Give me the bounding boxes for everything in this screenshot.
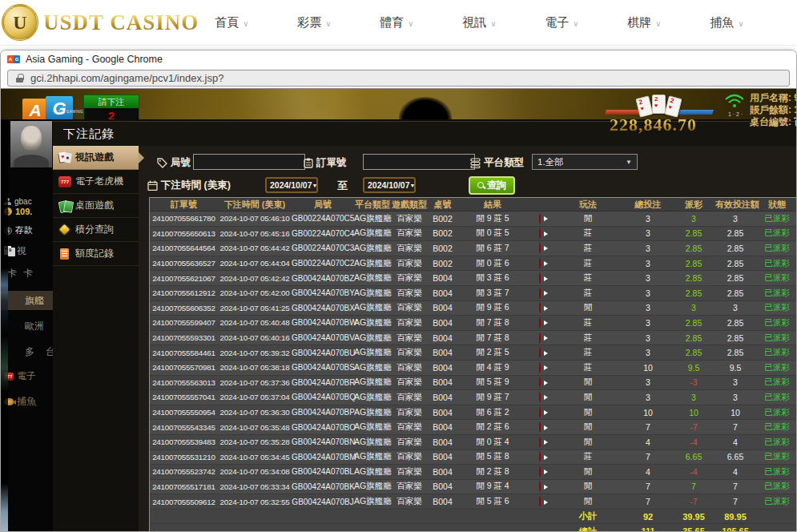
cell-game-type: 百家樂 [391, 288, 428, 299]
play-video-button[interactable] [539, 288, 541, 299]
cell-total-bets: 3 [624, 333, 672, 343]
cell-bet-time: 2024-10-07 05:32:55 [218, 498, 292, 506]
platform-label: 平台類型 [470, 156, 524, 170]
play-video-button[interactable] [539, 362, 541, 373]
cell-round-no: GB00424A070BQ [292, 393, 354, 401]
nav-item[interactable]: 彩票∨ [273, 15, 356, 30]
cell-bet-time: 2024-10-07 05:40:48 [218, 318, 292, 327]
cell-total-bets: 7 [624, 422, 672, 432]
nav-item[interactable]: 視訊∨ [438, 15, 521, 30]
play-video-button[interactable] [539, 392, 541, 403]
lobby-item-fishing[interactable]: 捕魚 [4, 395, 36, 409]
cell-total-bets: 3 [624, 377, 672, 387]
lobby-balance-row: $109. [4, 207, 32, 216]
round-input[interactable] [193, 154, 305, 170]
cell-bet-type: 閒 [552, 392, 624, 403]
nav-item[interactable]: 首頁∨ [191, 15, 273, 30]
lobby-item-card[interactable]: 卡卡 [4, 267, 39, 280]
chevron-down-icon: ∨ [738, 19, 743, 28]
play-video-button[interactable] [539, 377, 541, 388]
play-video-button[interactable] [539, 347, 541, 358]
lobby-sidebar: gbac $109. $存款 視 卡卡 旗艦 歐洲 多台 777電子 捕魚 [1, 119, 54, 532]
cell-round-no: GB00424A070BS [292, 363, 354, 372]
date-from-select[interactable]: 2024/10/07▼ [265, 177, 318, 193]
url-field[interactable]: gci.2hhapi.com/agingame/pcv1/index.jsp? [7, 70, 790, 87]
nav-item[interactable]: 體育∨ [356, 15, 438, 30]
cell-valid-bets: 4 [715, 437, 755, 447]
deposit-button[interactable]: $存款 [4, 224, 33, 236]
cell-table-no: B004 [428, 348, 457, 357]
nav-item[interactable]: 捕魚∨ [686, 15, 768, 30]
play-video-button[interactable] [539, 407, 541, 418]
cell-order-no: 241007055584461 [150, 349, 218, 357]
nav-item[interactable]: 電子∨ [521, 15, 603, 30]
user-info-line: 賬戶餘額: 1 [750, 104, 796, 116]
modal-tab[interactable]: 額度記錄 [53, 242, 139, 266]
cell-valid-bets: 3 [715, 214, 755, 224]
date-to-select[interactable]: 2024/10/07▼ [363, 177, 416, 193]
play-video-button[interactable] [539, 496, 541, 507]
cell-total-bets: 3 [624, 228, 672, 238]
lobby-item-slots[interactable]: 777電子 [4, 369, 36, 383]
cell-order-no: 241007055650613 [150, 229, 218, 238]
cell-payout: -3 [672, 377, 715, 387]
cell-bet-time: 2024-10-07 05:34:08 [218, 467, 292, 476]
modal-tab[interactable]: 積分查詢 [53, 218, 139, 242]
play-video-button[interactable] [539, 258, 541, 269]
cell-order-no: 241007055563013 [150, 378, 218, 387]
cell-bet-type: 莊 [552, 451, 624, 462]
cell-platform: AG旗艦廳 [354, 213, 391, 224]
cell-result: 閒 5 莊 9 [457, 377, 528, 388]
nav-item-label: 體育 [380, 15, 404, 29]
play-video-button[interactable] [539, 243, 541, 254]
cell-result: 閒 2 莊 5 [457, 347, 528, 358]
cell-payout: 9.5 [672, 363, 715, 373]
play-video-button[interactable] [539, 437, 541, 448]
play-video-button[interactable] [539, 481, 541, 492]
nav-item[interactable]: 棋牌∨ [603, 15, 686, 30]
play-video-button[interactable] [539, 332, 541, 344]
play-video-button[interactable] [539, 317, 541, 328]
order-input[interactable] [363, 154, 475, 170]
modal-tab[interactable]: 電子老虎機 [53, 170, 139, 194]
lobby-item-europe[interactable]: 歐洲 [22, 320, 44, 333]
cell-platform: AG旗艦廳 [354, 288, 391, 299]
col-header: 總投注 [624, 199, 672, 211]
play-video-button[interactable] [539, 302, 541, 313]
chrome-titlebar[interactable]: AG Asia Gaming - Google Chrome [1, 50, 796, 68]
cell-game-type: 百家樂 [391, 332, 428, 344]
cell-bet-time: 2024-10-07 05:42:00 [218, 288, 292, 297]
table-row: 241007055599407 2024-10-07 05:40:48 GB00… [150, 316, 796, 331]
window-edge-glow [1, 119, 8, 532]
cell-result: 閒 0 莊 4 [457, 437, 528, 448]
tab-icon [58, 224, 71, 236]
play-video-button[interactable] [539, 466, 541, 478]
lobby-balance: 109. [15, 207, 32, 216]
play-video-button[interactable] [539, 421, 541, 433]
modal-tab[interactable]: 桌面遊戲 [53, 194, 139, 218]
site-logo[interactable]: U USDT CASINO [2, 4, 199, 41]
cell-result: 閒 9 莊 7 [457, 392, 528, 403]
modal-tab[interactable]: 視訊遊戲 [53, 146, 139, 170]
cell-platform: AG旗艦廳 [354, 392, 391, 403]
cell-payout: 7 [672, 482, 715, 491]
total-payout: 35.65 [672, 526, 715, 532]
platform-select[interactable]: 1.全部▼ [532, 154, 638, 170]
play-video-button[interactable] [539, 451, 541, 462]
cell-bet-time: 2024-10-07 05:42:42 [218, 274, 292, 283]
cell-game-type: 百家樂 [391, 437, 428, 448]
play-video-button[interactable] [539, 272, 541, 284]
play-video-button[interactable] [539, 213, 541, 224]
avatar[interactable] [10, 121, 52, 167]
cell-result: 閒 6 莊 2 [457, 407, 528, 418]
cell-round-no: GB00424A070BZ [292, 274, 354, 283]
play-video-button[interactable] [539, 228, 541, 239]
cell-bet-type: 莊 [552, 317, 624, 328]
cell-round-no: GB00224A070C5 [292, 214, 354, 223]
col-header: 遊戲類型 [391, 199, 428, 211]
search-button[interactable]: 查詢 [469, 176, 515, 195]
col-header: 下注時間 (美東) [218, 199, 292, 211]
screen: U USDT CASINO 首頁∨ 彩票∨ 體育∨ 視訊∨ 電子∨ 棋牌∨ 捕魚… [0, 0, 797, 532]
cell-bet-time: 2024-10-07 05:35:48 [218, 423, 292, 432]
video-quality-levels[interactable]: 1 · 2 · [728, 111, 743, 118]
